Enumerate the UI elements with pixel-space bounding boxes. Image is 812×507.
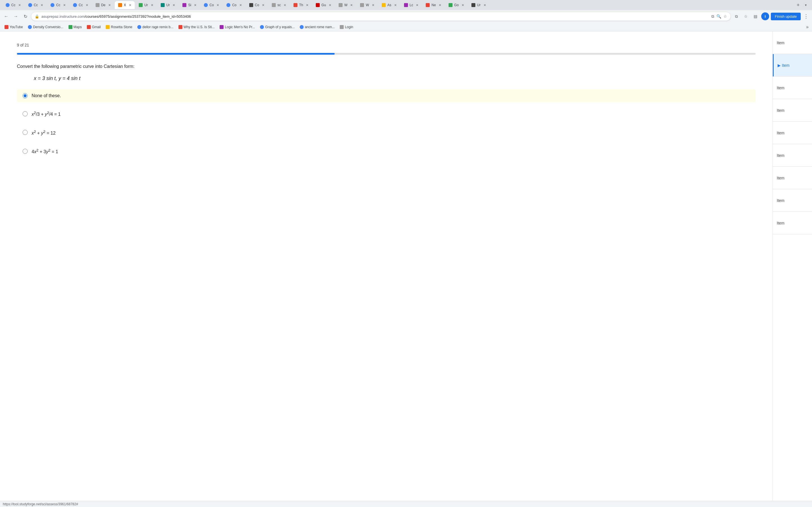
bookmark-9[interactable]: ancient rome nam... [297, 24, 337, 30]
tab-close-t21[interactable]: ✕ [462, 3, 464, 7]
sidebar-item-0[interactable]: Item [773, 32, 812, 54]
tab-close-t7[interactable]: ✕ [151, 3, 153, 7]
reload-button[interactable]: ↻ [21, 12, 29, 20]
main-layout: 9 of 21 Convert the following parametric… [0, 32, 812, 507]
new-tab-button[interactable]: + [795, 2, 801, 8]
tab-close-t5[interactable]: ✕ [108, 3, 111, 7]
tab-t11[interactable]: Co ✕ [223, 1, 245, 9]
tab-t8[interactable]: Ur ✕ [157, 1, 179, 9]
answer-option-4[interactable]: 4x2 + 3y2 = 1 [17, 144, 756, 158]
tab-t3[interactable]: Cc ✕ [47, 1, 69, 9]
tab-close-t14[interactable]: ✕ [306, 3, 308, 7]
bookmark-3[interactable]: Gmail [85, 24, 103, 30]
profile-button[interactable]: I [761, 12, 769, 20]
answer-option-1[interactable]: None of these. [17, 89, 756, 102]
tab-label-t5: De [101, 3, 105, 7]
tab-close-t13[interactable]: ✕ [284, 3, 286, 7]
sidebar-item-5[interactable]: Item [773, 144, 812, 167]
tab-t18[interactable]: As ✕ [378, 1, 400, 9]
finish-update-button[interactable]: Finish update [771, 13, 801, 20]
tab-t13[interactable]: sc ✕ [268, 1, 290, 9]
radio-answer-2[interactable] [22, 111, 28, 116]
tab-t19[interactable]: Lc ✕ [401, 1, 422, 9]
tab-close-t8[interactable]: ✕ [172, 3, 175, 7]
radio-answer-1[interactable] [22, 93, 28, 98]
tab-t21[interactable]: Go ✕ [445, 1, 467, 9]
bookmark-10[interactable]: Login [338, 24, 355, 30]
tab-t16[interactable]: W ✕ [335, 1, 356, 9]
tab-t15[interactable]: Gu ✕ [312, 1, 335, 9]
sidebar-item-7[interactable]: Item [773, 189, 812, 212]
tab-close-t4[interactable]: ✕ [86, 3, 88, 7]
tab-close-t22[interactable]: ✕ [484, 3, 486, 7]
tab-close-t18[interactable]: ✕ [394, 3, 397, 7]
tab-close-t10[interactable]: ✕ [216, 3, 219, 7]
sidebar-item-2[interactable]: Item [773, 76, 812, 99]
tab-label-t19: Lc [410, 3, 413, 7]
tab-t7[interactable]: Ur ✕ [135, 1, 157, 9]
tab-list-button[interactable]: ▾ [802, 1, 810, 9]
radio-answer-3[interactable] [22, 130, 28, 135]
bookmark-4[interactable]: Rosetta Stone [103, 24, 135, 30]
tab-t4[interactable]: Cc ✕ [70, 1, 92, 9]
tab-close-t1[interactable]: ✕ [18, 3, 21, 7]
tab-t1[interactable]: Cc ✕ [2, 1, 24, 9]
equation-display: x = 3 sin t, y = 4 sin t [17, 75, 756, 81]
sidebar-item-6[interactable]: Item [773, 167, 812, 189]
sidebar-item-1[interactable]: ▶Item [773, 54, 812, 76]
bookmark-manager-icon[interactable]: ☆ [742, 12, 750, 20]
bookmark-5[interactable]: dellor rage remix b... [135, 24, 175, 30]
tab-close-t17[interactable]: ✕ [372, 3, 374, 7]
sidebar-item-label-5: Item [777, 153, 784, 158]
bookmark-label-6: Why the U.S. Is Sti... [184, 25, 215, 29]
bookmark-star-icon[interactable]: ☆ [723, 14, 727, 18]
sidebar-item-3[interactable]: Item [773, 99, 812, 122]
tab-t2[interactable]: Cc ✕ [25, 1, 47, 9]
bookmark-6[interactable]: Why the U.S. Is Sti... [176, 24, 217, 30]
tab-close-t16[interactable]: ✕ [350, 3, 353, 7]
tab-t9[interactable]: Si ✕ [179, 1, 200, 9]
question-text: Convert the following parametric curve i… [17, 63, 756, 70]
tab-close-t11[interactable]: ✕ [239, 3, 242, 7]
bookmark-8[interactable]: Graph of y equals... [258, 24, 297, 30]
bookmark-7[interactable]: Logic Men's No Pr... [217, 24, 257, 30]
tab-close-t9[interactable]: ✕ [194, 3, 197, 7]
tab-close-t19[interactable]: ✕ [416, 3, 418, 7]
extensions-button[interactable]: ⧉ [732, 12, 741, 20]
tab-close-t6[interactable]: ✕ [129, 3, 132, 7]
bookmark-0[interactable]: YouTube [2, 24, 25, 30]
back-button[interactable]: ← [2, 12, 10, 20]
tab-close-t15[interactable]: ✕ [329, 3, 331, 7]
answer-option-2[interactable]: x2/3 + y2/4 = 1 [17, 107, 756, 121]
tab-label-t21: Go [454, 3, 459, 7]
bookmark-label-4: Rosetta Stone [111, 25, 132, 29]
tab-t12[interactable]: Co ✕ [246, 1, 268, 9]
forward-button[interactable]: → [12, 12, 20, 20]
tab-close-t12[interactable]: ✕ [262, 3, 264, 7]
bookmark-1[interactable]: Density Conversio... [26, 24, 65, 30]
tab-t22[interactable]: Ur ✕ [468, 1, 490, 9]
tab-t20[interactable]: Ne ✕ [422, 1, 444, 9]
tab-t5[interactable]: De ✕ [92, 1, 114, 9]
answer-option-3[interactable]: x2 + y2 = 12 [17, 125, 756, 139]
sidebar-item-4[interactable]: Item [773, 122, 812, 144]
tab-t17[interactable]: W ✕ [357, 1, 377, 9]
screen-share-icon[interactable]: ⧉ [711, 14, 714, 19]
sidebar-item-label-1: Item [782, 63, 790, 68]
address-bar[interactable]: 🔒 asuprepaz.instructure.com/courses/6597… [31, 12, 731, 21]
tab-close-t2[interactable]: ✕ [41, 3, 43, 7]
bookmark-2[interactable]: Maps [66, 24, 84, 30]
bookmarks-more-button[interactable]: » [805, 24, 810, 30]
radio-answer-4[interactable] [22, 149, 28, 154]
tab-t6[interactable]: X ✕ [115, 1, 135, 9]
sidebar-item-8[interactable]: Item [773, 212, 812, 234]
search-icon[interactable]: 🔍 [716, 14, 721, 18]
tab-t10[interactable]: Co ✕ [200, 1, 222, 9]
tab-close-t3[interactable]: ✕ [63, 3, 66, 7]
sidebar-item-label-2: Item [777, 86, 784, 90]
tab-close-t20[interactable]: ✕ [439, 3, 441, 7]
side-panel-button[interactable]: ▤ [752, 12, 760, 20]
more-options-button[interactable]: ⋮ [802, 12, 810, 20]
tab-t14[interactable]: Th ✕ [290, 1, 312, 9]
bookmark-label-9: ancient rome nam... [305, 25, 335, 29]
